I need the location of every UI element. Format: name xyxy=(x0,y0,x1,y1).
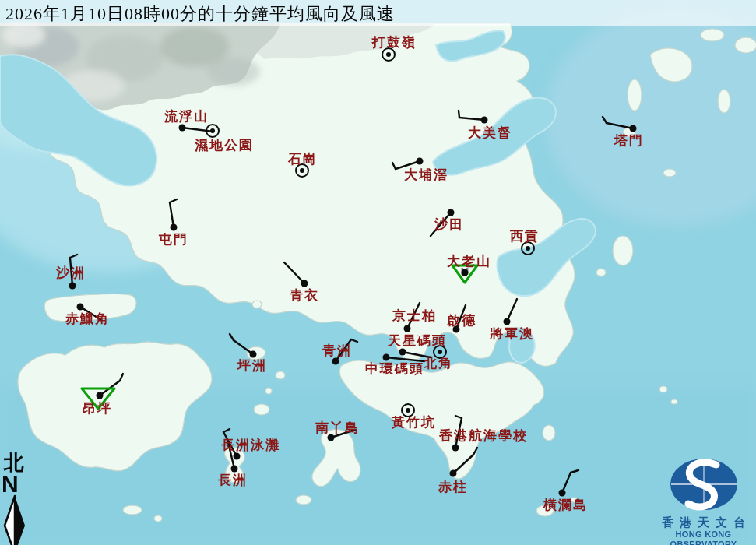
station-dot xyxy=(462,269,469,276)
station-label: 中環碼頭 xyxy=(365,362,424,375)
station-label: 昂坪 xyxy=(83,402,112,415)
station-dot xyxy=(481,117,488,124)
station-label: 青衣 xyxy=(290,289,319,302)
station-dot xyxy=(417,158,424,165)
station-dot xyxy=(234,453,241,460)
station-dot xyxy=(383,354,390,361)
wind-map-screenshot: M 打鼓嶺流浮山濕地公園石崗大美督塔門大埔滘沙田西貢大老山屯門沙洲赤鱲角青衣青洲… xyxy=(0,0,756,545)
calm-wind-symbol xyxy=(206,124,220,138)
station-dot xyxy=(630,125,637,132)
station-label: 沙田 xyxy=(434,218,464,231)
station-label: 濕地公園 xyxy=(195,139,254,152)
north-letter-label: N xyxy=(2,473,33,494)
station-dot xyxy=(452,445,459,452)
hko-logo-icon xyxy=(656,455,752,514)
compass-needle-icon xyxy=(2,494,28,545)
station-label: 西貢 xyxy=(510,230,540,243)
hko-logo-block: 香港天文台 HONG KONG OBSERVATORY xyxy=(652,455,754,545)
station-label: 長洲泳灘 xyxy=(221,438,280,452)
station-label: 橫瀾島 xyxy=(543,498,588,512)
map-title: 2026年1月10日08時00分的十分鐘平均風向及風速 xyxy=(5,2,395,26)
station-dot xyxy=(450,470,457,477)
station-dot xyxy=(231,466,238,473)
station-label: 屯門 xyxy=(159,233,188,246)
station-label: 京士柏 xyxy=(392,309,437,322)
station-dot xyxy=(504,318,511,325)
station-label: 石崗 xyxy=(288,153,318,166)
hko-en-name: HONG KONG OBSERVATORY xyxy=(652,529,754,545)
station-dot xyxy=(404,325,411,332)
station-dot xyxy=(250,351,257,358)
station-label: 塔門 xyxy=(614,134,644,147)
station-label: 青洲 xyxy=(322,344,352,357)
station-dot xyxy=(171,224,178,231)
station-label: 赤柱 xyxy=(438,480,468,494)
station-label: 黃竹坑 xyxy=(392,416,436,429)
station-dot xyxy=(179,125,186,132)
station-dot xyxy=(559,490,566,497)
station-label: 坪洲 xyxy=(237,359,267,372)
north-indicator: 北 N xyxy=(2,453,33,545)
station-dot xyxy=(97,392,104,399)
station-dot xyxy=(399,349,406,356)
station-label: 大老山 xyxy=(447,255,491,268)
station-label: 北角 xyxy=(424,357,453,370)
station-layer: 打鼓嶺流浮山濕地公園石崗大美督塔門大埔滘沙田西貢大老山屯門沙洲赤鱲角青衣青洲京士… xyxy=(0,0,756,545)
station-dot xyxy=(332,358,339,365)
station-label: 大美督 xyxy=(468,126,512,139)
station-label: 大埔滘 xyxy=(404,168,448,181)
station-label: 將軍澳 xyxy=(490,327,534,340)
station-label: 長洲 xyxy=(218,473,248,487)
station-dot xyxy=(69,283,76,290)
station-dot xyxy=(77,304,84,311)
station-label: 啟德 xyxy=(447,314,476,327)
station-dot xyxy=(448,209,455,216)
station-dot xyxy=(301,280,308,287)
station-label: 南丫島 xyxy=(315,421,360,434)
station-label: 流浮山 xyxy=(164,110,209,123)
title-bar: 2026年1月10日08時00分的十分鐘平均風向及風速 xyxy=(0,0,756,26)
station-label: 沙洲 xyxy=(56,266,86,280)
hko-cjk-name: 香港天文台 xyxy=(652,515,754,529)
station-label: 香港航海學校 xyxy=(439,429,528,442)
station-label: 赤鱲角 xyxy=(65,312,110,325)
station-label: 天星碼頭 xyxy=(388,334,447,347)
station-label: 打鼓嶺 xyxy=(372,36,417,49)
